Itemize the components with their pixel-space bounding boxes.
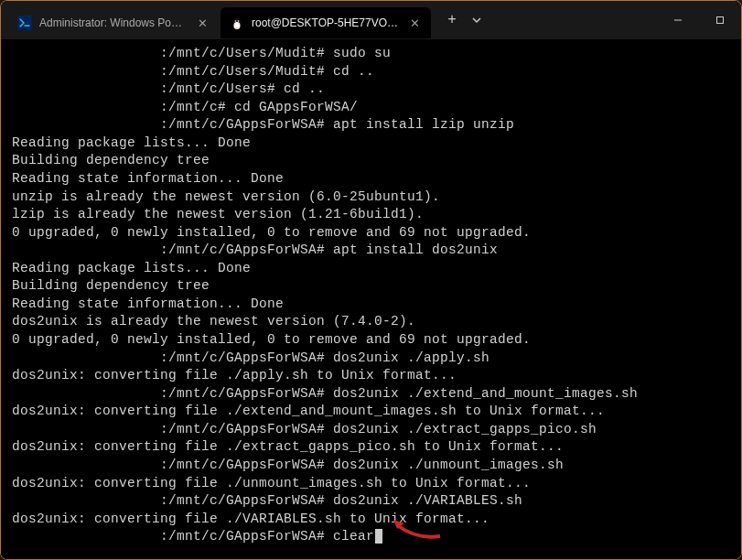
terminal-line: root@XXXXXXXXXXXXX:/mnt/c/GAppsForWSA# d…	[12, 492, 730, 511]
terminal-text: :/mnt/c# cd GAppsForWSA/	[160, 100, 358, 114]
terminal-line: root@XXXXXXXXXXXXX:/mnt/c/Users/Mudit# s…	[12, 45, 730, 63]
terminal-text: :/mnt/c/GAppsForWSA# clear	[160, 529, 374, 544]
terminal-text: :/mnt/c/GAppsForWSA# dos2unix ./apply.sh	[160, 350, 489, 365]
terminal-line: root@XXXXXXXXXXXXX:/mnt/c/GAppsForWSA# d…	[12, 350, 730, 368]
terminal-line: root@XXXXXXXXXXXXX:/mnt/c/GAppsForWSA# a…	[12, 116, 730, 135]
powershell-icon	[17, 16, 32, 30]
terminal-line: dos2unix is already the newest version (…	[12, 313, 730, 331]
terminal-text: :/mnt/c/GAppsForWSA# dos2unix ./unmount_…	[160, 458, 564, 472]
tab-label: root@DESKTOP-5HE77VO: /mn	[252, 16, 400, 29]
redacted-host: root@XXXXXXXXXXXXX	[12, 385, 160, 404]
terminal-text: :/mnt/c/Users# cd ..	[160, 81, 325, 96]
terminal-line: root@XXXXXXXXXXXXX:/mnt/c/Users# cd ..	[12, 81, 730, 99]
new-tab-button[interactable]: +	[438, 6, 466, 34]
redacted-host: root@XXXXXXXXXXXXX	[12, 457, 160, 475]
terminal-line: Reading package lists... Done	[12, 260, 730, 278]
terminal-line: dos2unix: converting file ./extend_and_m…	[12, 403, 730, 421]
terminal-line: dos2unix: converting file ./extract_gapp…	[12, 438, 730, 457]
redacted-host: root@XXXXXXXXXXXXX	[12, 45, 160, 63]
terminal-text: :/mnt/c/Users/Mudit# cd ..	[160, 64, 374, 79]
redacted-host: root@XXXXXXXXXXXXX	[12, 528, 160, 546]
tux-icon	[230, 16, 244, 30]
terminal-text: :/mnt/c/Users/Mudit# sudo su	[160, 46, 391, 60]
terminal-line: Reading state information... Done	[12, 296, 730, 314]
terminal-line: lzip is already the newest version (1.21…	[12, 206, 730, 224]
window-controls	[657, 5, 741, 35]
terminal-line: unzip is already the newest version (6.0…	[12, 188, 730, 207]
cursor	[375, 529, 382, 544]
terminal-window: Administrator: Windows PowerS ✕ root@DES…	[0, 0, 742, 560]
redacted-host: root@XXXXXXXXXXXXX	[12, 350, 160, 368]
terminal-line: 0 upgraded, 0 newly installed, 0 to remo…	[12, 224, 730, 242]
terminal-text: :/mnt/c/GAppsForWSA# dos2unix ./extract_…	[160, 422, 597, 436]
terminal-text: :/mnt/c/GAppsForWSA# dos2unix ./extend_a…	[160, 386, 638, 401]
svg-point-3	[235, 20, 237, 22]
terminal-line: root@XXXXXXXXXXXXX:/mnt/c/GAppsForWSA# d…	[12, 457, 730, 475]
svg-rect-6	[717, 17, 724, 24]
terminal-line: dos2unix: converting file ./VARIABLES.sh…	[12, 511, 730, 529]
terminal-line: root@XXXXXXXXXXXXX:/mnt/c/GAppsForWSA# d…	[12, 385, 730, 404]
close-icon[interactable]: ✕	[407, 16, 422, 30]
terminal-output[interactable]: root@XXXXXXXXXXXXX:/mnt/c/Users/Mudit# s…	[1, 39, 741, 559]
terminal-line: root@XXXXXXXXXXXXX:/mnt/c# cd GAppsForWS…	[12, 99, 730, 117]
redacted-host: root@XXXXXXXXXXXXX	[12, 242, 160, 260]
tab-label: Administrator: Windows PowerS	[39, 16, 188, 29]
redacted-host: root@XXXXXXXXXXXXX	[12, 116, 160, 135]
terminal-line: dos2unix: converting file ./unmount_imag…	[12, 475, 730, 493]
terminal-line: Reading state information... Done	[12, 170, 730, 188]
minimize-button[interactable]	[657, 5, 699, 35]
terminal-line: root@XXXXXXXXXXXXX:/mnt/c/GAppsForWSA# a…	[12, 242, 730, 260]
terminal-text: :/mnt/c/GAppsForWSA# apt install lzip un…	[160, 117, 514, 132]
terminal-line: root@XXXXXXXXXXXXX:/mnt/c/GAppsForWSA# d…	[12, 421, 730, 439]
tab-wsl[interactable]: root@DESKTOP-5HE77VO: /mn ✕	[220, 7, 431, 38]
redacted-host: root@XXXXXXXXXXXXX	[12, 63, 160, 81]
tab-dropdown[interactable]	[466, 6, 488, 34]
redacted-host: root@XXXXXXXXXXXXX	[12, 492, 160, 511]
tab-powershell[interactable]: Administrator: Windows PowerS ✕	[8, 7, 219, 38]
redacted-host: root@XXXXXXXXXXXXX	[12, 99, 160, 117]
close-icon[interactable]: ✕	[195, 16, 210, 30]
svg-point-4	[238, 20, 240, 22]
redacted-host: root@XXXXXXXXXXXXX	[12, 421, 160, 439]
terminal-line: root@XXXXXXXXXXXXX:/mnt/c/Users/Mudit# c…	[12, 63, 730, 81]
redacted-host: root@XXXXXXXXXXXXX	[12, 81, 160, 99]
terminal-line: Reading package lists... Done	[12, 135, 730, 153]
titlebar: Administrator: Windows PowerS ✕ root@DES…	[1, 1, 741, 39]
maximize-button[interactable]	[699, 5, 741, 35]
terminal-text: :/mnt/c/GAppsForWSA# dos2unix ./VARIABLE…	[160, 493, 522, 508]
terminal-line: root@XXXXXXXXXXXXX:/mnt/c/GAppsForWSA# c…	[12, 528, 730, 546]
terminal-text: :/mnt/c/GAppsForWSA# apt install dos2uni…	[160, 242, 498, 257]
terminal-line: dos2unix: converting file ./apply.sh to …	[12, 367, 730, 385]
terminal-line: Building dependency tree	[12, 277, 730, 296]
terminal-line: Building dependency tree	[12, 152, 730, 170]
terminal-line: 0 upgraded, 0 newly installed, 0 to remo…	[12, 331, 730, 350]
